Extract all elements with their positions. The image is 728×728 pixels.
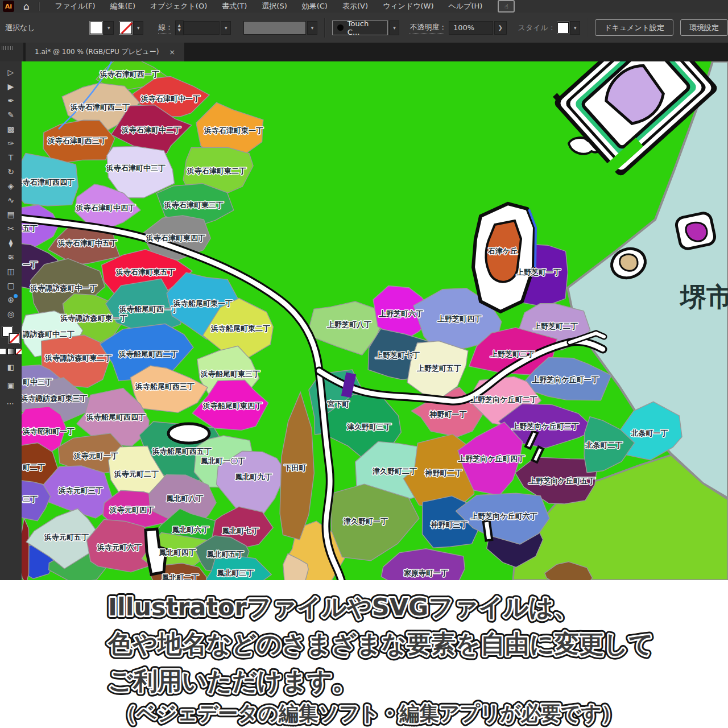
map-district-label: 諏訪森町中二丁 xyxy=(22,330,75,338)
selection-tool[interactable]: ▷ xyxy=(0,65,22,79)
map-district-label: 浜寺石津町西四丁 xyxy=(22,178,75,187)
brush-definition[interactable]: Touch C... xyxy=(332,20,388,35)
fill-color-swatch[interactable] xyxy=(90,22,102,34)
eyedropper-tool[interactable]: ⧫ xyxy=(0,235,22,250)
map-district-label: 鳳北町五丁 xyxy=(206,550,244,559)
rotate-view-tool[interactable]: ⊕ xyxy=(0,292,22,307)
style-dropdown[interactable]: ▾ xyxy=(570,21,580,35)
map-district-label: 神野町一丁 xyxy=(429,410,467,419)
stroke-color-swatch[interactable] xyxy=(119,22,132,34)
brush-definition-dropdown[interactable]: ▾ xyxy=(389,20,399,35)
fill-color-dropdown[interactable]: ▾ xyxy=(104,21,114,35)
stroke-weight-field[interactable] xyxy=(184,21,220,35)
map-district-label: 鳳北町四丁 xyxy=(159,548,196,557)
map-district-label: 鳳北町一〇丁 xyxy=(200,457,245,465)
gradient-button[interactable] xyxy=(7,348,14,355)
stroke-none-swatch[interactable] xyxy=(9,333,19,344)
fill-stroke-control[interactable] xyxy=(2,326,19,344)
document-tab[interactable]: 1.ai* @ 100 % (RGB/CPU プレビュー) × xyxy=(26,43,184,61)
paintbrush-tool[interactable]: ✑ xyxy=(0,136,22,150)
draw-mode-icon[interactable]: ◧ xyxy=(7,361,14,373)
tools-panel: ▷▶✒✎▩✑T↻◈∿▤✂⧫≋◫▢⊕◎ ◧ ▣ ⋯ xyxy=(0,61,22,580)
map-island-tan[interactable] xyxy=(620,254,638,271)
width-profile-preview[interactable] xyxy=(243,21,306,35)
curvature-tool[interactable]: ✎ xyxy=(0,107,22,122)
stroke-weight-stepper[interactable]: ▲▼ xyxy=(175,20,184,35)
preferences-button[interactable]: 環境設定 xyxy=(680,19,728,36)
map-landmark[interactable] xyxy=(168,424,209,443)
direct-selection-tool[interactable]: ▶ xyxy=(0,79,22,93)
shape-builder-tool[interactable]: ◫ xyxy=(0,264,22,278)
map-district-label: 鳳北町三丁 xyxy=(217,569,254,577)
menu-effect[interactable]: 効果(C) xyxy=(295,1,335,11)
zoom-tool[interactable]: ◎ xyxy=(0,307,22,321)
home-icon[interactable]: ⌂ xyxy=(23,1,30,12)
eraser-tool[interactable]: ◈ xyxy=(0,179,22,193)
width-tool[interactable]: ≋ xyxy=(0,250,22,264)
map-district-label: 浜寺元町三丁 xyxy=(58,486,103,495)
caption-line2: 色や地名などのさまざまな要素を自由に変更して xyxy=(107,630,653,658)
shaper-tool[interactable]: ∿ xyxy=(0,193,22,207)
opacity-label[interactable]: 不透明度 : xyxy=(410,22,444,34)
close-icon[interactable]: × xyxy=(169,48,175,56)
color-button[interactable] xyxy=(0,348,6,355)
rotate-tool[interactable]: ↻ xyxy=(0,164,22,179)
map-district-label: 石津ケ丘 xyxy=(487,247,518,255)
rectangle-tool[interactable]: ▩ xyxy=(0,122,22,136)
control-bar: 選択なし ▾ ▾ 線 : ▲▼ ▾ ▾ Touch C... ▾ 不透明度 : … xyxy=(0,13,728,43)
menu-object[interactable]: オブジェクト(O) xyxy=(143,1,214,11)
map-sakai-label: 堺市 xyxy=(679,282,728,312)
opacity-field[interactable]: 100% xyxy=(449,21,493,35)
tool-list: ▷▶✒✎▩✑T↻◈∿▤✂⧫≋◫▢⊕◎ xyxy=(0,65,22,321)
stroke-weight-dropdown[interactable]: ▾ xyxy=(221,21,231,35)
menu-help[interactable]: ヘルプ(H) xyxy=(441,1,490,11)
stroke-color-dropdown[interactable]: ▾ xyxy=(133,21,143,35)
map-district[interactable] xyxy=(22,518,29,580)
stroke-weight-label[interactable]: 線 : xyxy=(158,22,171,34)
map-district-label: 浜寺石津町中四丁 xyxy=(76,204,135,212)
map-district-label: 一丁 xyxy=(23,260,38,269)
map-island-magenta[interactable] xyxy=(686,222,707,241)
menu-file[interactable]: ファイル(F) xyxy=(48,1,103,11)
artboard-canvas[interactable]: 浜寺石津町西一丁浜寺石津町中一丁浜寺石津町西二丁浜寺石津町東一丁浜寺石津町中二丁… xyxy=(22,61,728,580)
map-district-label: 北条町一丁 xyxy=(631,429,668,437)
illustrator-logo-icon[interactable]: Ai xyxy=(3,1,14,12)
map-district-label: 浜寺昭和町一丁 xyxy=(22,427,75,436)
screen-mode-icon[interactable]: ▣ xyxy=(7,379,14,391)
map-district-label: 上野芝町五丁 xyxy=(417,364,461,373)
map-artwork[interactable]: 浜寺石津町西一丁浜寺石津町中一丁浜寺石津町西二丁浜寺石津町東一丁浜寺石津町中二丁… xyxy=(22,61,728,580)
map-district-label: 津久野町一丁 xyxy=(343,517,388,526)
gradient-tool[interactable]: ▤ xyxy=(0,207,22,221)
map-district-label: 鳳北町六丁 xyxy=(172,526,209,534)
caption-line4: （ベジェデータの編集ソフト・編集アプリが必要です） xyxy=(117,702,621,725)
artboard-tool[interactable]: ▢ xyxy=(0,278,22,292)
width-profile-dropdown[interactable]: ▾ xyxy=(307,21,317,35)
map-district-label: 浜寺石津町東三丁 xyxy=(164,201,224,209)
menu-window[interactable]: ウィンドウ(W) xyxy=(375,1,441,11)
menu-edit[interactable]: 編集(E) xyxy=(103,1,143,11)
map-district-label: 鳳北町八丁 xyxy=(166,494,204,503)
pen-tool[interactable]: ✒ xyxy=(0,93,22,107)
map-district-label: 浜寺石津町西一丁 xyxy=(100,70,159,78)
caption-area: IllustratorファイルやSVGファイルは、 Illustratorファイ… xyxy=(0,580,728,728)
map-district-label: 浜寺石津町西二丁 xyxy=(70,103,130,111)
style-swatch[interactable] xyxy=(557,22,569,34)
map-district-label: 五丁 xyxy=(22,224,38,233)
document-setup-button[interactable]: ドキュメント設定 xyxy=(595,19,673,36)
menu-view[interactable]: 表示(V) xyxy=(335,1,375,11)
map-district-label: 鳳北町九丁 xyxy=(235,473,272,481)
more-tools-icon[interactable]: ⋯ xyxy=(7,399,15,408)
map-district-label: 浜寺元町一丁 xyxy=(73,452,118,460)
map-district-label: 浜寺船尾町東三丁 xyxy=(200,370,260,378)
touch-workspace-icon[interactable]: ☝ xyxy=(498,0,515,13)
map-landmark[interactable] xyxy=(483,520,493,540)
opacity-more-button[interactable]: ❯ xyxy=(494,21,507,35)
map-district-label: 浜寺船尾町西五丁 xyxy=(152,447,212,456)
scissors-tool[interactable]: ✂ xyxy=(0,221,22,235)
menu-type[interactable]: 書式(T) xyxy=(214,1,254,11)
menu-select[interactable]: 選択(S) xyxy=(254,1,294,11)
color-mode-row[interactable] xyxy=(0,348,22,355)
map-district-label: 浜寺石津町東五丁 xyxy=(115,268,175,276)
type-tool[interactable]: T xyxy=(0,150,22,164)
map-district-label: 神野町三丁 xyxy=(431,520,468,529)
